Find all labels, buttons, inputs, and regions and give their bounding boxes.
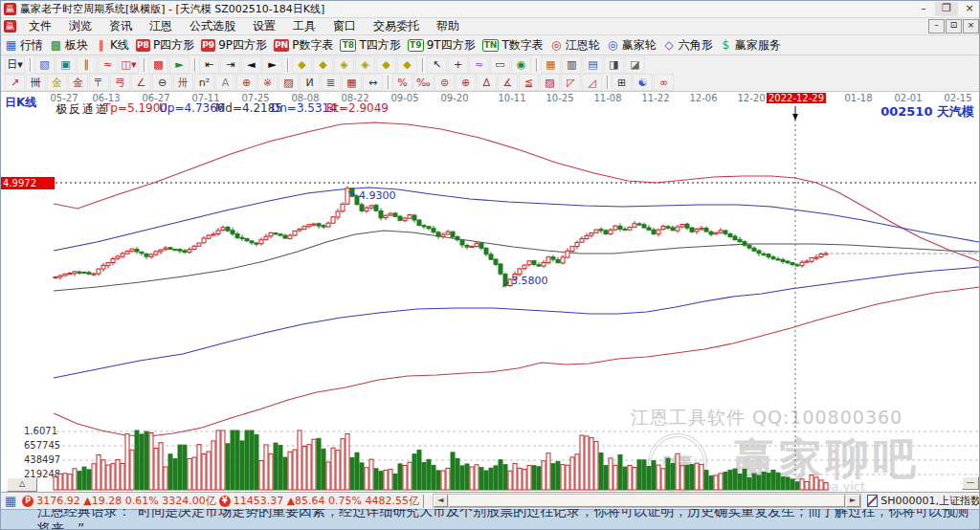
draw-icon-14[interactable]: И (300, 74, 320, 91)
tool-icon-4[interactable]: ≈ (98, 56, 118, 74)
tool-icon-3[interactable]: ∥ (77, 56, 97, 74)
menu-item-3[interactable]: 江恩 (141, 19, 181, 33)
grid-tool-icon[interactable]: ⊞ (612, 74, 632, 91)
tool-icon-5[interactable]: ◫▾ (119, 56, 139, 74)
draw-icon-4[interactable]: 〒 (89, 74, 109, 91)
scrollbar-thumb[interactable] (449, 495, 845, 507)
mdi-close-button[interactable]: × (963, 19, 979, 33)
menu-item-8[interactable]: 交易委托 (365, 19, 428, 33)
draw-icon-17[interactable]: ↔ (363, 74, 383, 91)
scroll-right-arrow[interactable]: ► (846, 495, 860, 507)
draw-icon-23[interactable]: ∡ (498, 74, 518, 91)
tool-icon-19[interactable]: + (448, 56, 468, 74)
tool-icon-2[interactable]: ▣ (56, 56, 76, 74)
menu-item-1[interactable]: 浏览 (60, 19, 100, 33)
draw-icon-5[interactable]: 弓 (110, 74, 130, 91)
draw-icon-19[interactable]: ‰ (413, 74, 434, 91)
mdi-restore-button[interactable]: ⊡ (946, 19, 962, 33)
tool-icon-25[interactable]: ▤ (583, 56, 603, 74)
market-label[interactable]: SH000001,上证指数 (880, 494, 980, 508)
minimize-button[interactable]: – (912, 2, 935, 16)
tool-icon-16[interactable]: ◆ (376, 56, 396, 74)
tool-icon-6[interactable]: ▩ (148, 56, 168, 74)
tool-icon-23[interactable]: ▦ (541, 56, 561, 74)
tool-icon-0[interactable]: 日▾ (5, 56, 25, 74)
horizontal-scrollbar[interactable]: ◄ ► (433, 494, 861, 508)
toolbar-button-0[interactable]: ▦行情 (5, 37, 43, 54)
tool-icon-24[interactable]: ▥ (562, 56, 582, 74)
draw-icon-2[interactable]: 金 (47, 74, 67, 91)
draw-icon-1[interactable]: 卌 (26, 74, 46, 91)
menu-item-5[interactable]: 设置 (244, 19, 284, 33)
toolbar-separator (194, 58, 195, 72)
toolbar-button-label-2: K线 (110, 37, 129, 54)
menu-item-9[interactable]: 帮助 (428, 19, 468, 33)
tool-icon-22[interactable]: ◉ (511, 56, 531, 74)
yinyang-tool-icon[interactable]: ☯ (633, 74, 653, 91)
tool-icon-7[interactable]: ► (169, 56, 189, 74)
menu-item-0[interactable]: 文件 (20, 19, 60, 33)
menu-item-6[interactable]: 工具 (284, 19, 324, 33)
toolbar-button-6[interactable]: T8T四方形 (340, 37, 400, 54)
draw-icon-6[interactable]: ∠ (131, 74, 151, 91)
restore-button[interactable]: ❐ (935, 2, 958, 16)
draw-icon-12[interactable]: ※ (257, 74, 278, 91)
tool-icon-10[interactable]: ◄ (241, 56, 261, 74)
draw-icon-0[interactable]: ↗ (5, 74, 25, 91)
draw-icon-21[interactable]: ⊕ (456, 74, 476, 91)
toolbar-button-9[interactable]: ◎江恩轮 (550, 37, 600, 54)
tool-icon-11[interactable]: ► (262, 56, 282, 74)
scroll-left-arrow[interactable]: ◄ (434, 495, 448, 507)
draw-icon-8[interactable]: 卅 (173, 74, 193, 91)
menu-item-7[interactable]: 窗口 (324, 19, 365, 33)
toolbar-button-12[interactable]: $赢家服务 (720, 37, 781, 54)
toolbar-button-1[interactable]: ▩板块 (50, 37, 88, 54)
tool-icon-21[interactable]: ▭ (490, 56, 510, 74)
tool-icon-8[interactable]: ⇤ (199, 56, 219, 74)
toolbar-button-2[interactable]: ∥K线 (95, 37, 129, 54)
menu-item-2[interactable]: 资讯 (100, 19, 141, 33)
tool-icon-14[interactable]: ◈ (334, 56, 354, 74)
draw-icon-26[interactable]: ◸ (561, 74, 581, 91)
close-button[interactable]: × (958, 2, 980, 16)
draw-icon-27[interactable]: ◿ (582, 74, 602, 91)
draw-icon-11[interactable]: ⊕ (236, 74, 256, 91)
tool-icon-17[interactable]: ◆ (397, 56, 417, 74)
draw-icon-9[interactable]: n² (194, 74, 214, 91)
toolbar-button-7[interactable]: T99T四方形 (408, 37, 476, 54)
draw-icon-16[interactable]: ▦ (342, 74, 362, 91)
draw-icon-18[interactable]: % (392, 74, 412, 91)
toolbar-button-8[interactable]: TNT数字表 (482, 37, 544, 54)
mdi-minimize-button[interactable]: – (928, 19, 945, 33)
draw-icon-3[interactable]: 金 (68, 74, 88, 91)
draw-icon-13[interactable]: ▨ (278, 74, 299, 91)
toolbar-button-11[interactable]: ◇六角形 (663, 37, 713, 54)
toolbar-button-3[interactable]: P8P四方形 (136, 37, 194, 54)
draw-icon-10[interactable]: A (215, 74, 235, 91)
toolbar-button-10[interactable]: ◎赢家轮 (607, 37, 657, 54)
tool-icon-9[interactable]: ⇥ (220, 56, 240, 74)
toolbar-button-5[interactable]: PNP数字表 (274, 37, 333, 54)
draw-icon-24[interactable]: ≦ (519, 74, 539, 91)
draw-icon-7[interactable]: ⊖ (152, 74, 172, 91)
draw-icon-20[interactable]: ⊜ (434, 74, 455, 91)
infinity-tool-icon[interactable]: ∞ (654, 74, 674, 91)
panel-minimize-button[interactable]: — (962, 476, 979, 490)
tool-icon-1[interactable]: ▧ (34, 56, 55, 74)
draw-icon-15[interactable]: ≣ (321, 74, 341, 91)
tool-icon-12[interactable]: ◆ (292, 56, 312, 74)
chart-canvas[interactable]: 1.60716577454384972192484.93003.5800 (1, 92, 980, 496)
toolbar-button-4[interactable]: P99P四方形 (201, 37, 267, 54)
tool-icon-13[interactable]: ◆ (313, 56, 333, 74)
tool-icon-18[interactable]: ↖ (427, 56, 447, 74)
panel-collapse-button[interactable]: △ (7, 477, 37, 492)
draw-icon-22[interactable]: ∆ (477, 74, 497, 91)
draw-icon-25[interactable]: ▨ (540, 74, 560, 91)
tool-icon-27[interactable]: ◪ (625, 56, 645, 74)
quote-grid-icon[interactable]: ▦ (5, 494, 16, 508)
toolbar-separator (422, 58, 423, 72)
menu-item-4[interactable]: 公式选股 (181, 19, 244, 33)
tool-icon-26[interactable]: ◨ (604, 56, 624, 74)
tool-icon-15[interactable]: ◈ (355, 56, 375, 74)
tool-icon-20[interactable]: ≈ (469, 56, 489, 74)
